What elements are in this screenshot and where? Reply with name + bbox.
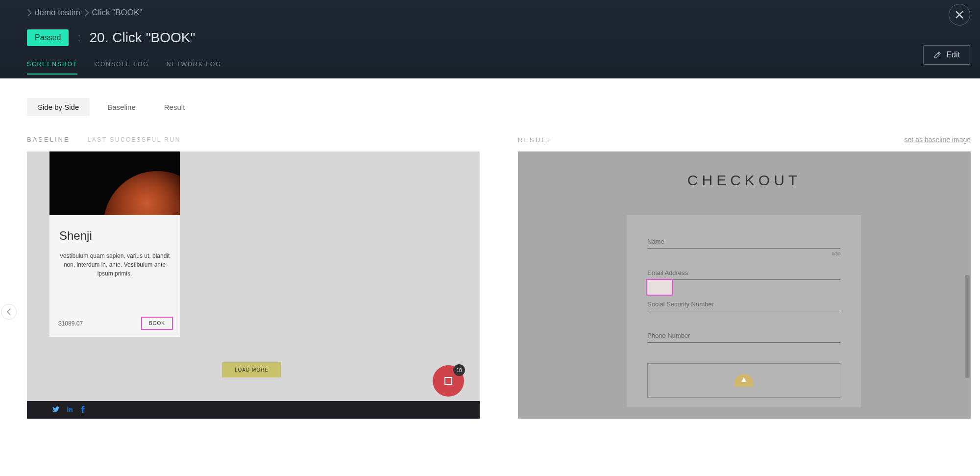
field-underline [647, 248, 840, 249]
load-more-button: LOAD MORE [222, 362, 281, 377]
cloud-upload-icon [735, 374, 753, 387]
ssn-label: Social Security Number [647, 301, 840, 308]
cart-fab: 18 [433, 365, 464, 397]
set-as-baseline-link[interactable]: set as baseline image [905, 136, 971, 144]
book-button-highlighted: BOOK [141, 317, 173, 330]
content: Side by Side Baseline Result Baseline La… [0, 78, 980, 476]
ssn-field: Social Security Number [647, 301, 840, 311]
product-description: Vestibulum quam sapien, varius ut, bland… [59, 251, 170, 278]
checkout-form: Name 0/30 Email Address Social Security … [627, 215, 861, 407]
chevron-right-icon [84, 9, 89, 17]
edit-button[interactable]: Edit [923, 45, 970, 65]
tab-console-log[interactable]: Console Log [95, 61, 148, 75]
status-badge: Passed [27, 29, 69, 46]
name-counter: 0/30 [832, 251, 840, 256]
tab-screenshot[interactable]: Screenshot [27, 61, 77, 75]
breadcrumb-item-2[interactable]: Click "BOOK" [92, 8, 143, 18]
baseline-screenshot[interactable]: Shenji Vestibulum quam sapien, varius ut… [27, 151, 480, 419]
step-title: 20. Click "BOOK" [90, 30, 196, 46]
close-icon [956, 11, 963, 19]
stop-icon [444, 377, 452, 385]
facebook-icon [81, 406, 85, 414]
breadcrumb: demo testim Click "BOOK" [27, 8, 953, 18]
previous-step-button[interactable] [1, 304, 17, 320]
compare-container: Baseline Last Successful Run Shenji Vest… [27, 136, 970, 419]
baseline-label: Baseline [27, 136, 70, 143]
view-tabs: Side by Side Baseline Result [27, 98, 970, 116]
header: demo testim Click "BOOK" Passed : 20. Cl… [0, 0, 980, 78]
checkout-title: CHECKOUT [518, 172, 971, 189]
upload-box [647, 363, 840, 398]
linkedin-icon [67, 406, 73, 414]
result-screenshot[interactable]: CHECKOUT Name 0/30 Email Address Social … [518, 151, 971, 419]
name-label: Name [647, 238, 840, 245]
view-tab-side-by-side[interactable]: Side by Side [27, 98, 90, 116]
product-image [49, 151, 180, 215]
phone-label: Phone Number [647, 332, 840, 339]
chevron-left-icon [6, 308, 11, 315]
baseline-sublabel: Last Successful Run [88, 136, 181, 143]
view-tab-baseline[interactable]: Baseline [97, 98, 147, 116]
email-field: Email Address [647, 269, 840, 280]
main-tabs: Screenshot Console Log Network Log [27, 59, 953, 75]
result-panel-header: Result set as baseline image [518, 136, 971, 147]
email-label: Email Address [647, 269, 840, 276]
product-card: Shenji Vestibulum quam sapien, varius ut… [49, 215, 180, 337]
product-price: $1089.07 [58, 320, 83, 327]
tab-network-log[interactable]: Network Log [167, 61, 221, 75]
chevron-right-icon [27, 9, 32, 17]
result-panel: Result set as baseline image CHECKOUT Na… [518, 136, 971, 419]
title-separator: : [77, 31, 80, 44]
title-row: Passed : 20. Click "BOOK" [27, 29, 953, 46]
baseline-panel-header: Baseline Last Successful Run [27, 136, 480, 147]
baseline-panel: Baseline Last Successful Run Shenji Vest… [27, 136, 480, 419]
phone-field: Phone Number [647, 332, 840, 343]
name-field: Name 0/30 [647, 238, 840, 249]
close-button[interactable] [949, 4, 970, 25]
result-label: Result [518, 136, 551, 144]
planet-icon [103, 171, 180, 215]
scrollbar-thumb[interactable] [965, 275, 970, 378]
view-tab-result[interactable]: Result [153, 98, 196, 116]
product-title: Shenji [59, 229, 170, 243]
highlight-rectangle [646, 279, 673, 296]
breadcrumb-item-1[interactable]: demo testim [35, 8, 80, 18]
cart-badge: 18 [453, 364, 465, 376]
footer-bar [27, 401, 480, 419]
field-underline [647, 342, 840, 343]
pencil-icon [933, 51, 941, 59]
field-underline [647, 311, 840, 311]
edit-button-label: Edit [946, 50, 960, 59]
field-underline [647, 279, 840, 280]
twitter-icon [52, 406, 59, 414]
